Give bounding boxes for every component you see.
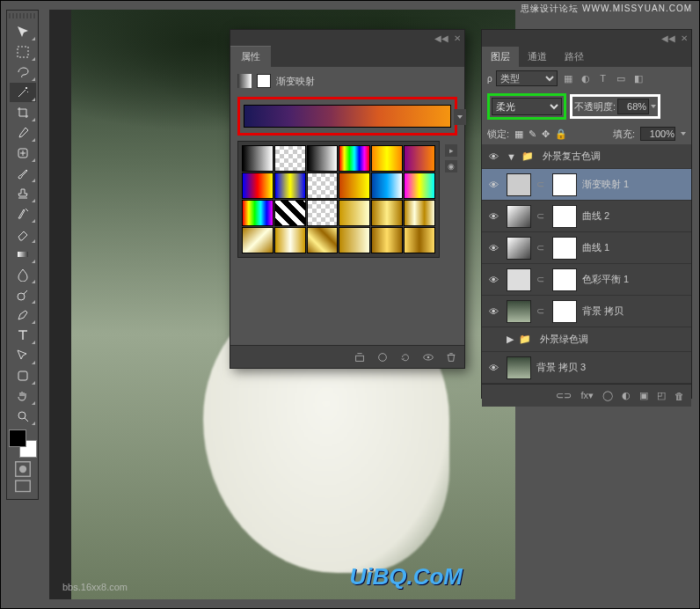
gradient-preset-4[interactable] — [371, 145, 403, 172]
close-icon[interactable]: ✕ — [454, 33, 461, 43]
shape-tool[interactable] — [10, 366, 36, 385]
crop-tool[interactable] — [10, 103, 36, 122]
lock-all-icon[interactable]: 🔒 — [555, 128, 567, 140]
heal-tool[interactable] — [10, 143, 36, 163]
tab-channels[interactable]: 通道 — [519, 47, 556, 67]
gradient-tool[interactable] — [10, 245, 36, 264]
trash-icon[interactable]: 🗑 — [674, 391, 684, 401]
layer-name[interactable]: 曲线 2 — [582, 209, 688, 223]
layer-row[interactable]: 👁⊂渐变映射 1 — [482, 169, 691, 201]
layer-name[interactable]: 渐变映射 1 — [582, 178, 688, 191]
gradient-preset-7[interactable] — [274, 172, 306, 199]
zoom-tool[interactable] — [10, 407, 36, 426]
move-tool[interactable] — [10, 22, 36, 41]
tab-properties[interactable]: 属性 — [230, 46, 271, 67]
lock-pos-icon[interactable]: ✥ — [542, 128, 550, 140]
blend-mode-select[interactable]: 柔光 — [492, 98, 562, 115]
close-icon[interactable]: ✕ — [681, 33, 688, 43]
kind-select[interactable]: 类型 — [496, 70, 558, 86]
layer-row[interactable]: 👁背景 拷贝 3 — [482, 352, 691, 384]
visibility-toggle[interactable]: 👁 — [485, 243, 501, 253]
gradient-preset-10[interactable] — [371, 172, 403, 199]
reset-icon[interactable] — [399, 351, 412, 363]
eraser-tool[interactable] — [10, 224, 36, 244]
type-tool[interactable] — [10, 326, 36, 345]
color-swatches[interactable] — [9, 429, 37, 458]
disclosure-icon[interactable]: ▼ — [507, 151, 516, 162]
visibility-toggle[interactable]: 👁 — [485, 180, 501, 190]
preset-menu-icon[interactable]: ▸ — [445, 144, 457, 157]
new-group-icon[interactable]: ▣ — [639, 390, 648, 401]
gradient-preset-8[interactable] — [307, 172, 339, 199]
eye-icon[interactable] — [422, 351, 434, 363]
layer-name[interactable]: 背景 拷贝 — [582, 304, 688, 318]
add-adj-icon[interactable]: ◐ — [622, 390, 631, 401]
visibility-toggle[interactable]: 👁 — [485, 151, 501, 162]
quickmask-toggle[interactable] — [13, 461, 33, 477]
gradient-preset-5[interactable] — [404, 145, 435, 172]
layer-name[interactable]: 背景 拷贝 3 — [536, 361, 688, 374]
layer-name[interactable]: 外景复古色调 — [543, 150, 688, 163]
new-layer-icon[interactable]: ◰ — [657, 390, 666, 401]
gradient-preset-0[interactable] — [242, 145, 273, 172]
eyedrop-tool[interactable] — [10, 123, 36, 143]
fill-dropdown[interactable] — [681, 132, 686, 136]
stamp-tool[interactable] — [10, 184, 36, 203]
gradient-preset-21[interactable] — [339, 227, 370, 253]
gradient-preset-9[interactable] — [339, 172, 370, 199]
collapse-icon[interactable]: ◀◀ — [661, 33, 675, 43]
layer-name[interactable]: 曲线 1 — [582, 241, 688, 254]
tab-layers[interactable]: 图层 — [482, 47, 519, 67]
lock-trans-icon[interactable]: ▦ — [514, 128, 523, 140]
clip-icon[interactable] — [354, 351, 366, 363]
blur-tool[interactable] — [10, 265, 36, 284]
gradient-preset-19[interactable] — [274, 227, 306, 253]
tab-paths[interactable]: 路径 — [556, 47, 593, 67]
filter-type-icon[interactable]: T — [596, 71, 610, 85]
gradient-preset-16[interactable] — [371, 200, 403, 226]
layer-row[interactable]: 👁⊂背景 拷贝 — [482, 296, 691, 327]
gradient-preset-14[interactable] — [307, 200, 339, 226]
layer-name[interactable]: 色彩平衡 1 — [582, 273, 688, 286]
gradient-preset-13[interactable] — [274, 200, 306, 226]
opacity-input[interactable] — [617, 99, 649, 114]
gradient-preset-20[interactable] — [307, 227, 339, 253]
visibility-toggle[interactable]: 👁 — [485, 306, 501, 317]
gradient-preset-2[interactable] — [307, 145, 339, 172]
visibility-toggle[interactable]: 👁 — [485, 275, 501, 285]
gradient-preview[interactable] — [244, 105, 451, 128]
fx-icon[interactable]: fx▾ — [580, 390, 594, 401]
visibility-toggle[interactable]: 👁 — [485, 211, 501, 222]
gradient-preset-23[interactable] — [404, 227, 435, 253]
hand-tool[interactable] — [10, 386, 36, 406]
layer-name[interactable]: 外景绿色调 — [540, 333, 688, 346]
layer-row[interactable]: 👁▼📁外景复古色调 — [482, 144, 691, 169]
brush-tool[interactable] — [10, 164, 36, 183]
layer-row[interactable]: 👁⊂曲线 2 — [482, 201, 691, 232]
filter-smart-icon[interactable]: ◧ — [631, 71, 645, 85]
preset-options-icon[interactable]: ◉ — [445, 160, 457, 172]
gradient-preset-11[interactable] — [404, 172, 435, 199]
gradient-preset-18[interactable] — [242, 227, 273, 253]
layer-row[interactable]: 👁⊂色彩平衡 1 — [482, 264, 691, 296]
layer-row[interactable]: ▶📁外景绿色调 — [482, 327, 691, 352]
gradient-dropdown[interactable] — [454, 109, 466, 125]
visibility-toggle[interactable]: 👁 — [485, 363, 501, 373]
gradient-preset-1[interactable] — [274, 145, 306, 172]
filter-pixel-icon[interactable]: ▦ — [561, 71, 575, 85]
gradient-preset-3[interactable] — [339, 145, 370, 172]
panel-grip[interactable] — [9, 13, 36, 18]
gradient-preset-22[interactable] — [371, 227, 403, 253]
filter-adj-icon[interactable]: ◐ — [579, 71, 593, 85]
screenmode-toggle[interactable] — [13, 479, 33, 495]
layer-row[interactable]: 👁⊂曲线 1 — [482, 232, 691, 264]
collapse-icon[interactable]: ◀◀ — [434, 33, 448, 43]
gradient-preset-15[interactable] — [339, 200, 370, 226]
link-layers-icon[interactable]: ⊂⊃ — [556, 390, 572, 401]
foreground-color[interactable] — [9, 429, 26, 447]
link-icon[interactable] — [376, 351, 389, 363]
disclosure-icon[interactable]: ▶ — [507, 334, 514, 345]
marquee-tool[interactable] — [10, 42, 36, 62]
dodge-tool[interactable] — [10, 285, 36, 304]
history-tool[interactable] — [10, 204, 36, 224]
